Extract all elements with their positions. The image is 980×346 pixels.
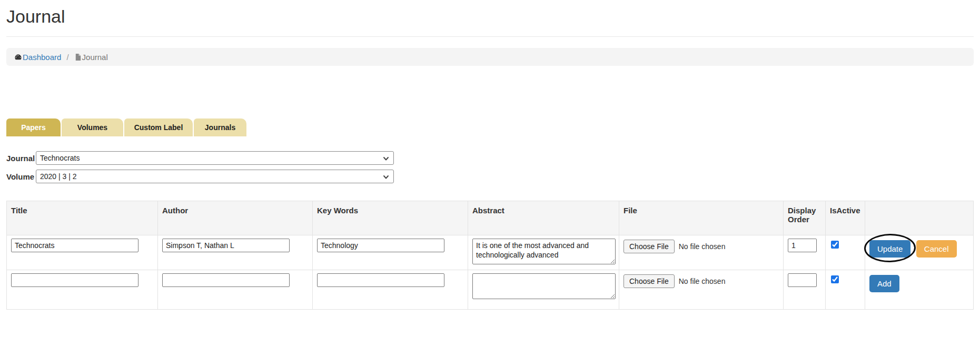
page-title: Journal <box>6 6 974 27</box>
isactive-checkbox[interactable] <box>831 241 839 249</box>
update-button[interactable]: Update <box>869 240 910 258</box>
table-row: Choose File No file chosen Add <box>7 270 974 310</box>
breadcrumb-dashboard-label: Dashboard <box>23 53 61 62</box>
volume-select[interactable]: 2020 | 3 | 2 <box>36 170 394 183</box>
tab-volumes[interactable]: Volumes <box>62 118 123 136</box>
breadcrumb-dashboard-link[interactable]: Dashboard <box>14 53 61 62</box>
abstract-textarea[interactable] <box>472 239 616 264</box>
author-input[interactable] <box>162 273 290 287</box>
title-input[interactable] <box>11 273 138 287</box>
breadcrumb: Dashboard / Journal <box>6 48 974 66</box>
dashboard-gauge-icon <box>14 53 22 61</box>
display-order-input[interactable] <box>788 239 817 252</box>
breadcrumb-separator: / <box>66 53 68 62</box>
tab-journals[interactable]: Journals <box>194 118 246 136</box>
table-row: Choose File No file chosen Update Cancel <box>7 235 974 270</box>
abstract-textarea[interactable] <box>472 273 616 299</box>
tab-custom-label[interactable]: Custom Label <box>124 118 193 136</box>
volume-label: Volume <box>6 172 36 181</box>
page-container: Journal Dashboard / Journal Papers <box>0 6 980 310</box>
header-display-order: Display Order <box>784 201 826 235</box>
header-abstract: Abstract <box>468 201 619 235</box>
header-isactive: IsActive <box>826 201 865 235</box>
author-input[interactable] <box>162 239 290 252</box>
volume-filter-row: Volume 2020 | 3 | 2 <box>6 170 974 183</box>
chevron-down-icon <box>383 174 389 180</box>
journal-select-value: Technocrats <box>40 154 80 162</box>
tab-papers[interactable]: Papers <box>6 118 61 136</box>
breadcrumb-current-label: Journal <box>82 53 108 62</box>
papers-table: Title Author Key Words Abstract File Dis… <box>6 201 974 310</box>
header-title: Title <box>7 201 158 235</box>
cancel-button[interactable]: Cancel <box>916 240 957 258</box>
file-status-text: No file chosen <box>679 277 726 285</box>
choose-file-button[interactable]: Choose File <box>623 274 675 288</box>
choose-file-button[interactable]: Choose File <box>623 240 675 253</box>
keywords-input[interactable] <box>317 273 444 287</box>
title-input[interactable] <box>11 239 138 252</box>
header-actions <box>865 201 974 235</box>
breadcrumb-current: Journal <box>74 53 108 62</box>
header-author: Author <box>158 201 313 235</box>
volume-select-value: 2020 | 3 | 2 <box>40 172 77 181</box>
journal-select[interactable]: Technocrats <box>36 151 394 165</box>
isactive-checkbox[interactable] <box>831 275 839 283</box>
journal-label: Journal <box>6 154 36 163</box>
chevron-down-icon <box>383 155 389 162</box>
file-input: Choose File No file chosen <box>623 274 779 288</box>
header-file: File <box>619 201 784 235</box>
display-order-input[interactable] <box>788 273 817 287</box>
title-divider <box>6 36 974 37</box>
table-header-row: Title Author Key Words Abstract File Dis… <box>7 201 974 235</box>
add-button[interactable]: Add <box>869 275 899 292</box>
keywords-input[interactable] <box>317 239 444 252</box>
filter-section: Journal Technocrats Volume 2020 | 3 | 2 <box>6 151 974 183</box>
journal-filter-row: Journal Technocrats <box>6 151 974 165</box>
file-input: Choose File No file chosen <box>623 240 779 253</box>
file-status-text: No file chosen <box>679 242 726 251</box>
tab-bar: Papers Volumes Custom Label Journals <box>6 118 974 136</box>
header-keywords: Key Words <box>313 201 468 235</box>
file-icon <box>74 53 82 61</box>
